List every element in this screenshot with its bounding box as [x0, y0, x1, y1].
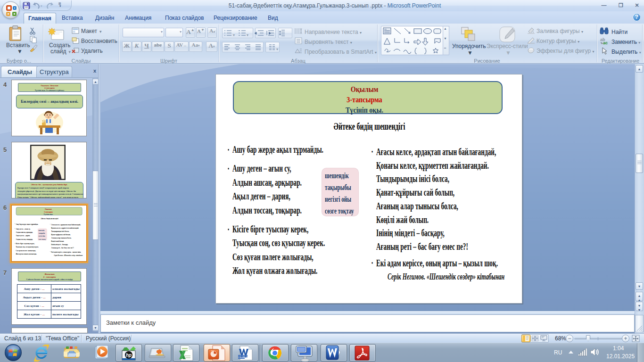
- svg-text:▾: ▾: [233, 33, 235, 37]
- svg-text:▾: ▾: [276, 47, 278, 51]
- svg-text:ac: ac: [603, 41, 608, 45]
- svg-text:hp: hp: [126, 353, 132, 358]
- svg-text:▾: ▾: [247, 33, 248, 37]
